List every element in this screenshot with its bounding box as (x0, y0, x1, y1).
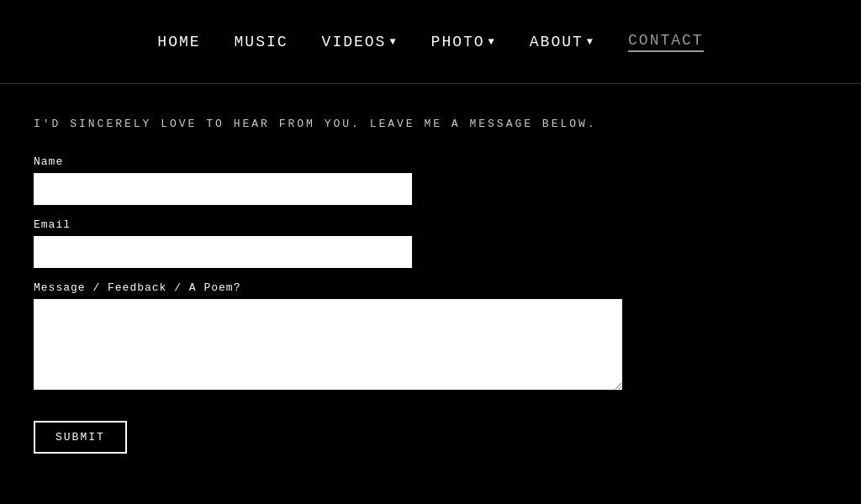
contact-form: Name Email Message / Feedback / A Poem? … (34, 155, 827, 454)
nav-music[interactable]: MUSIC (235, 34, 288, 50)
message-label: Message / Feedback / A Poem? (34, 281, 827, 294)
main-nav: HOME MUSIC VIDEOS ▼ PHOTO ▼ ABOUT ▼ CONT… (0, 0, 861, 84)
contact-page: I'D SINCERELY LOVE TO HEAR FROM YOU. LEA… (0, 84, 861, 479)
nav-contact[interactable]: CONTACT (628, 32, 704, 52)
photo-dropdown-arrow: ▼ (489, 36, 496, 48)
name-group: Name (34, 155, 827, 205)
email-input[interactable] (34, 236, 412, 268)
nav-photo[interactable]: PHOTO ▼ (431, 34, 496, 50)
name-input[interactable] (34, 173, 412, 205)
message-group: Message / Feedback / A Poem? (34, 281, 827, 394)
videos-dropdown-arrow: ▼ (389, 36, 397, 48)
nav-about[interactable]: ABOUT ▼ (530, 34, 594, 50)
nav-videos[interactable]: VIDEOS ▼ (322, 34, 398, 50)
name-label: Name (34, 155, 827, 168)
submit-button[interactable]: SUBMIT (34, 421, 127, 454)
page-tagline: I'D SINCERELY LOVE TO HEAR FROM YOU. LEA… (34, 118, 827, 130)
email-group: Email (34, 218, 827, 268)
email-label: Email (34, 218, 827, 231)
about-dropdown-arrow: ▼ (587, 36, 594, 48)
nav-home[interactable]: HOME (157, 34, 200, 50)
message-input[interactable] (34, 299, 622, 390)
